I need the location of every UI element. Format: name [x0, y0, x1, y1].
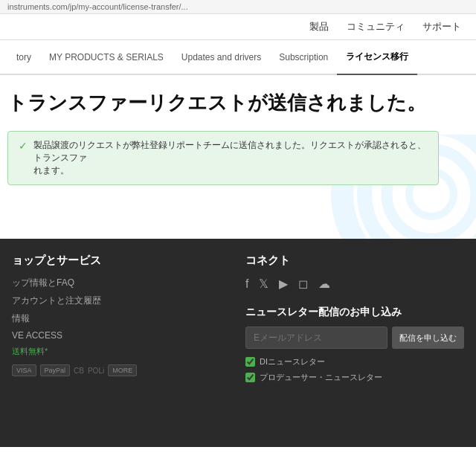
- newsletter-checkbox-producer[interactable]: プロデューサー・ニュースレター: [245, 372, 464, 383]
- url-text: instruments.com/jp/my-account/license-tr…: [7, 2, 188, 11]
- check-icon: ✓: [19, 140, 28, 152]
- nav-subscription[interactable]: Subscription: [270, 42, 337, 73]
- main-content: トランスファーリクエストが送信されました。 ✓ 製品譲渡のリクエストが弊社登録リ…: [0, 75, 476, 239]
- nav-item-products[interactable]: 製品: [309, 20, 329, 33]
- instagram-icon[interactable]: ◻: [298, 277, 308, 291]
- footer: ョップとサービス ップ情報とFAQ アカウントと注文履歴 情報 VE ACCES…: [0, 239, 476, 447]
- footer-shop-title: ョップとサービス: [12, 254, 231, 268]
- payment-icon-cb: CB: [74, 367, 84, 375]
- footer-grid: ョップとサービス ップ情報とFAQ アカウントと注文履歴 情報 VE ACCES…: [12, 254, 464, 387]
- nav-item-community[interactable]: コミュニティ: [347, 20, 405, 33]
- twitter-icon[interactable]: 𝕏: [259, 277, 268, 291]
- nav-products-serials[interactable]: MY PRODUCTS & SERIALS: [40, 42, 173, 73]
- payment-visa: VISA: [12, 364, 36, 376]
- payment-logos: VISA PayPal CB POLi MORE: [12, 364, 231, 376]
- newsletter-title: ニュースレター配信のお申し込み: [245, 306, 464, 319]
- footer-link-account[interactable]: アカウントと注文履歴: [12, 295, 231, 307]
- success-text: 製品譲渡のリクエストが弊社登録リポートチームに送信されました。リクエストが承認さ…: [33, 139, 428, 177]
- checkbox-di[interactable]: [245, 357, 255, 367]
- newsletter-submit-button[interactable]: 配信を申し込む: [392, 327, 464, 349]
- payment-icon-poli: POLi: [88, 367, 104, 375]
- newsletter-email-input[interactable]: [245, 327, 387, 349]
- footer-link-faq[interactable]: ップ情報とFAQ: [12, 277, 231, 289]
- payment-paypal: PayPal: [40, 364, 71, 376]
- payment-more: MORE: [108, 364, 137, 376]
- top-nav: 製品 コミュニティ サポート: [0, 14, 476, 40]
- secondary-nav: tory MY PRODUCTS & SERIALS Updates and d…: [0, 40, 476, 75]
- footer-connect-title: コネクト: [245, 254, 464, 268]
- footer-link-info[interactable]: 情報: [12, 312, 231, 325]
- url-bar: instruments.com/jp/my-account/license-tr…: [0, 0, 476, 14]
- nav-updates-drivers[interactable]: Updates and drivers: [173, 42, 270, 73]
- footer-link-ve-access[interactable]: VE ACCESS: [12, 330, 231, 341]
- social-icons-row: f 𝕏 ▶ ◻ ☁: [245, 277, 464, 291]
- soundcloud-icon[interactable]: ☁: [318, 277, 330, 291]
- checkbox-di-label: DIニュースレター: [260, 356, 325, 367]
- footer-right-col: コネクト f 𝕏 ▶ ◻ ☁ ニュースレター配信のお申し込み 配信を申し込む D…: [245, 254, 464, 387]
- newsletter-checkbox-di[interactable]: DIニュースレター: [245, 356, 464, 367]
- nav-item-support[interactable]: サポート: [422, 20, 461, 33]
- facebook-icon[interactable]: f: [245, 277, 248, 291]
- youtube-icon[interactable]: ▶: [279, 277, 288, 291]
- footer-left-col: ョップとサービス ップ情報とFAQ アカウントと注文履歴 情報 VE ACCES…: [12, 254, 231, 387]
- nav-history[interactable]: tory: [7, 42, 40, 73]
- newsletter-form-row: 配信を申し込む: [245, 327, 464, 349]
- checkbox-producer[interactable]: [245, 373, 255, 382]
- nav-license-transfer[interactable]: ライセンス移行: [337, 40, 417, 75]
- checkbox-producer-label: プロデューサー・ニュースレター: [260, 372, 382, 383]
- success-message-box: ✓ 製品譲渡のリクエストが弊社登録リポートチームに送信されました。リクエストが承…: [7, 131, 439, 185]
- footer-free-shipping: 送料無料*: [12, 346, 231, 357]
- page-title: トランスファーリクエストが送信されました。: [7, 90, 461, 116]
